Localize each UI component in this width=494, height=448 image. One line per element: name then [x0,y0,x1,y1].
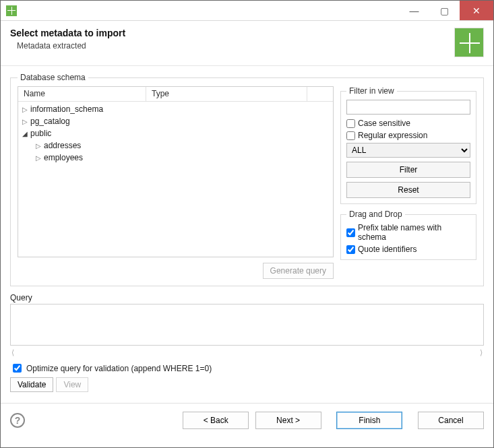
reset-button[interactable]: Reset [346,182,470,198]
view-button[interactable]: View [56,377,88,392]
close-button[interactable]: ✕ [460,1,493,20]
wizard-header: Select metadata to import Metadata extra… [1,21,493,64]
tree-item[interactable]: ▷ employees [18,152,333,164]
drag-drop-legend: Drag and Drop [346,210,405,219]
schema-tree[interactable]: Name Type ▷ information_schema ▷ pg_cata… [18,86,334,257]
scroll-left-icon[interactable]: ⟨ [11,348,14,357]
column-type[interactable]: Type [146,87,307,101]
case-sensitive-checkbox[interactable]: Case sensitive [346,119,470,128]
chevron-right-icon[interactable]: ▷ [36,154,44,162]
wizard-footer: ? < Back Next > Finish Cancel [1,403,493,429]
titlebar: — ▢ ✕ [1,1,493,21]
finish-button[interactable]: Finish [336,412,402,429]
tree-header: Name Type [18,87,333,102]
tree-item[interactable]: ◢ public [18,127,333,139]
query-scrollbar[interactable]: ⟨ ⟩ [10,347,484,358]
column-spacer [307,87,333,101]
help-icon[interactable]: ? [10,413,25,428]
query-textarea[interactable] [10,304,484,346]
chevron-right-icon[interactable]: ▷ [22,106,30,113]
filter-scope-select[interactable]: ALL [346,143,470,158]
back-button[interactable]: < Back [183,412,249,429]
optimize-query-checkbox[interactable]: Optimize query for validation (append WH… [10,362,484,375]
prefix-schema-checkbox[interactable]: Prefix table names with schema [346,223,470,242]
filter-group: Filter in view Case sensitive Regular ex… [340,86,476,204]
quote-identifiers-checkbox[interactable]: Quote identifiers [346,245,470,254]
database-schema-group: Database schema Name Type ▷ information_… [10,73,484,286]
chevron-right-icon[interactable]: ▷ [22,118,30,125]
generate-query-button[interactable]: Generate query [263,263,334,279]
chevron-down-icon[interactable]: ◢ [22,130,30,137]
query-label: Query [10,293,484,302]
filter-button[interactable]: Filter [346,162,470,178]
column-name[interactable]: Name [18,87,146,101]
app-icon [6,5,17,16]
next-button[interactable]: Next > [255,412,321,429]
filter-input[interactable] [346,100,470,115]
scroll-right-icon[interactable]: ⟩ [480,348,483,357]
banner-icon [454,28,484,57]
database-schema-legend: Database schema [18,73,88,82]
drag-drop-group: Drag and Drop Prefix table names with sc… [340,210,476,260]
page-subtitle: Metadata extracted [17,41,449,51]
tree-item[interactable]: ▷ pg_catalog [18,115,333,127]
tree-item[interactable]: ▷ addresses [18,139,333,152]
validate-button[interactable]: Validate [10,377,53,392]
tree-item[interactable]: ▷ information_schema [18,103,333,115]
filter-legend: Filter in view [346,86,397,96]
minimize-button[interactable]: — [399,1,429,20]
maximize-button[interactable]: ▢ [429,1,460,20]
page-title: Select metadata to import [10,28,449,38]
regex-checkbox[interactable]: Regular expression [346,131,470,140]
cancel-button[interactable]: Cancel [418,412,484,429]
chevron-right-icon[interactable]: ▷ [36,142,44,150]
